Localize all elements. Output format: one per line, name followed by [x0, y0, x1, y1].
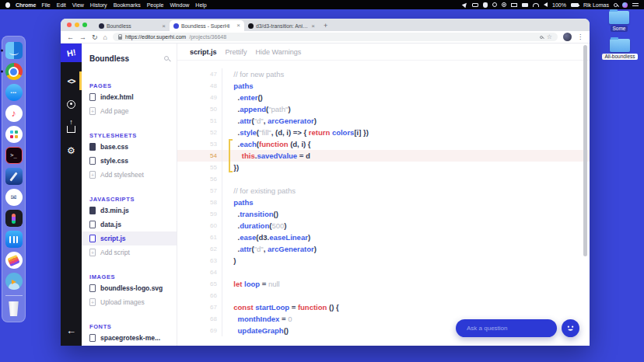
- new-tab-button[interactable]: +: [324, 22, 327, 30]
- desktop-folder-some[interactable]: Some: [604, 11, 635, 32]
- desktop-folder-all-boundless[interactable]: All-boundless: [600, 39, 639, 60]
- sidebar-item-base-css[interactable]: base.css: [82, 140, 177, 154]
- menubar-user[interactable]: Rik Lomas: [583, 2, 609, 8]
- tab-close-icon[interactable]: ×: [311, 23, 315, 30]
- menu-view[interactable]: View: [72, 2, 84, 8]
- intercom-dock-icon[interactable]: [5, 231, 23, 248]
- menu-file[interactable]: File: [41, 2, 50, 8]
- siri-icon[interactable]: [622, 2, 628, 8]
- circle-icon[interactable]: [502, 2, 506, 7]
- browser-tab[interactable]: Boundless - SuperHi×: [170, 20, 244, 31]
- sidebar-item-d3-min-js[interactable]: d3.min.js: [82, 204, 177, 218]
- superhi-logo[interactable]: H!: [61, 44, 82, 62]
- ask-question-input[interactable]: Ask a question: [456, 319, 557, 337]
- minimize-window-button[interactable]: [75, 23, 79, 27]
- tab-close-icon[interactable]: ×: [236, 23, 240, 29]
- finder-dock-icon[interactable]: [5, 42, 23, 59]
- code-line-65[interactable]: 65 let loop = null: [177, 278, 590, 290]
- sidebar-item-add-stylesheet[interactable]: Add stylesheet: [82, 168, 177, 182]
- code-line-67[interactable]: 67 const startLoop = function () {: [177, 301, 590, 313]
- settings-tab[interactable]: ⚙: [61, 139, 82, 162]
- sidebar-item-boundless-logo-svg[interactable]: boundless-logo.svg: [82, 281, 177, 295]
- apple-menu-icon[interactable]: [5, 2, 10, 8]
- code-line-64[interactable]: 64: [177, 266, 590, 278]
- zoom-window-button[interactable]: [82, 23, 87, 27]
- browser-menu-icon[interactable]: ⋮: [577, 34, 583, 40]
- menu-window[interactable]: Window: [170, 2, 189, 8]
- sidebar-item-spacegrotesk-me[interactable]: spacegrotesk-me...: [82, 331, 177, 345]
- location-icon[interactable]: [462, 2, 468, 8]
- back-to-dashboard-button[interactable]: ←: [61, 325, 82, 336]
- sidebar-item-upload-images[interactable]: Upload images: [82, 295, 177, 309]
- secure-lock-icon[interactable]: [118, 37, 122, 40]
- keyboard-icon[interactable]: [522, 3, 528, 7]
- menu-history[interactable]: History: [90, 2, 107, 8]
- menu-bookmarks[interactable]: Bookmarks: [114, 2, 141, 8]
- slack-dock-icon[interactable]: [5, 126, 23, 143]
- sidebar-item-style-css[interactable]: style.css: [82, 154, 177, 168]
- messages-dock-icon[interactable]: •••: [5, 84, 23, 101]
- code-line-56[interactable]: 56: [177, 173, 590, 185]
- code-area[interactable]: 47 // for new paths48 paths49 .enter()50…: [177, 61, 590, 346]
- volume-icon[interactable]: [544, 2, 548, 7]
- figma-dock-icon[interactable]: [5, 210, 23, 227]
- code-line-54[interactable]: 54 this.savedValue = d: [177, 150, 590, 162]
- code-line-63[interactable]: 63 ): [177, 255, 590, 266]
- code-line-62[interactable]: 62 .attr("d", arcGenerator): [177, 243, 590, 255]
- sidebar-item-index-html[interactable]: index.html: [82, 90, 177, 104]
- terminal-dock-icon[interactable]: >_: [5, 147, 23, 164]
- reload-icon[interactable]: ↻: [92, 33, 98, 41]
- preview-tab[interactable]: [61, 92, 82, 116]
- code-line-49[interactable]: 49 .enter(): [177, 92, 590, 103]
- code-line-66[interactable]: 66: [177, 290, 590, 301]
- hide-warnings-button[interactable]: Hide Warnings: [256, 48, 302, 56]
- code-line-59[interactable]: 59 .transition(): [177, 208, 590, 220]
- intercom-smiley-button[interactable]: [562, 319, 579, 337]
- code-line-55[interactable]: 55 }): [177, 162, 590, 173]
- menu-people[interactable]: People: [147, 2, 164, 8]
- forward-icon[interactable]: →: [79, 33, 86, 41]
- code-line-48[interactable]: 48 paths: [177, 80, 590, 92]
- search-icon[interactable]: [164, 56, 169, 61]
- screen-mirroring-icon[interactable]: [472, 3, 478, 7]
- code-line-60[interactable]: 60 .duration(500): [177, 220, 590, 231]
- display-icon[interactable]: [511, 3, 517, 7]
- menu-edit[interactable]: Edit: [57, 2, 66, 8]
- zoom-page-icon[interactable]: [540, 36, 543, 39]
- editor-scrollbar[interactable]: [583, 45, 587, 256]
- xcode-dock-icon[interactable]: [5, 168, 23, 185]
- home-icon[interactable]: ⌂: [103, 33, 107, 41]
- browser-tab[interactable]: Boundless×: [95, 21, 170, 31]
- sidebar-item-add-script[interactable]: Add script: [82, 245, 177, 259]
- code-line-51[interactable]: 51 .attr("d", arcGenerator): [177, 115, 590, 127]
- publish-tab[interactable]: [61, 116, 82, 139]
- record-icon[interactable]: [492, 2, 497, 7]
- sidebar-item-data-js[interactable]: data.js: [82, 218, 177, 231]
- sidebar-item-script-js[interactable]: script.js: [82, 231, 177, 245]
- code-line-57[interactable]: 57 // for existing paths: [177, 185, 590, 197]
- profile-avatar[interactable]: [563, 33, 572, 41]
- control-center-icon[interactable]: [632, 2, 639, 7]
- code-line-53[interactable]: 53 .each(function (d, i) {: [177, 138, 590, 150]
- close-window-button[interactable]: [67, 23, 72, 27]
- code-line-58[interactable]: 58 paths: [177, 197, 590, 208]
- airmail-dock-icon[interactable]: ✉: [5, 189, 23, 206]
- prettify-button[interactable]: Prettify: [226, 48, 247, 56]
- bookmark-star-icon[interactable]: ☆: [547, 34, 552, 40]
- code-line-50[interactable]: 50 .append("path"): [177, 103, 590, 115]
- spotlight-icon[interactable]: [614, 3, 618, 7]
- shield-icon[interactable]: [483, 2, 488, 8]
- tab-close-icon[interactable]: ×: [162, 23, 166, 30]
- menu-help[interactable]: Help: [195, 2, 206, 8]
- code-line-47[interactable]: 47 // for new paths: [177, 68, 590, 80]
- poolside-fm-dock-icon[interactable]: [5, 252, 23, 269]
- back-icon[interactable]: ←: [67, 33, 74, 41]
- wifi-icon[interactable]: [533, 3, 539, 7]
- chrome-dock-icon[interactable]: [5, 63, 23, 80]
- code-editor-tab[interactable]: <>: [61, 69, 82, 92]
- browser-tab[interactable]: d3/d3-transition: Animated tr×: [244, 21, 319, 31]
- address-bar[interactable]: https://editor.superhi.com/projects/3664…: [113, 33, 558, 41]
- code-line-61[interactable]: 61 .ease(d3.easeLinear): [177, 231, 590, 243]
- menu-app-name[interactable]: Chrome: [16, 2, 36, 8]
- twitterrific-dock-icon[interactable]: [5, 273, 23, 290]
